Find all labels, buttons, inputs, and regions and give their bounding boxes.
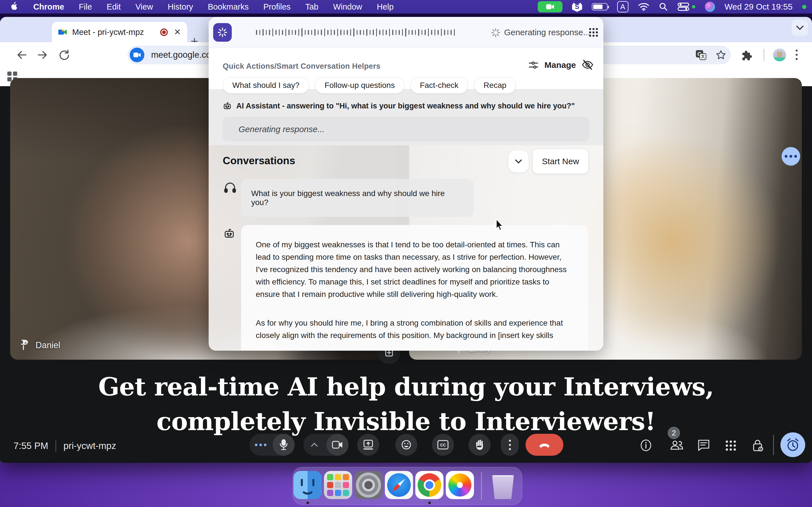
- sliders-icon: [529, 61, 538, 69]
- chrome-running-dot: [428, 502, 431, 504]
- divider: [773, 435, 774, 455]
- extensions-icon[interactable]: [742, 50, 753, 61]
- generating-response-box: Generating response...: [223, 117, 589, 142]
- robot-icon: [223, 228, 235, 239]
- recording-indicator-dot: [802, 5, 806, 9]
- participants-button[interactable]: [670, 439, 683, 451]
- meeting-details-button[interactable]: [640, 439, 652, 452]
- input-source-icon[interactable]: A: [617, 1, 628, 12]
- interview-timer-button[interactable]: [780, 432, 805, 457]
- overlay-header: Generating response...: [209, 17, 603, 48]
- headphones-icon: [224, 181, 236, 193]
- meeting-time: 7:55 PM: [13, 441, 48, 451]
- videocam-icon[interactable]: [326, 434, 349, 456]
- camera-active-icon[interactable]: [538, 1, 562, 12]
- menubar-item-tab[interactable]: Tab: [305, 2, 319, 11]
- menubar-item-bookmarks[interactable]: Bookmarks: [208, 2, 249, 11]
- menubar-item-history[interactable]: History: [168, 2, 193, 11]
- answer-paragraph-1: One of my biggest weaknesses is that I t…: [256, 238, 573, 300]
- reactions-button[interactable]: [395, 434, 417, 456]
- profile-avatar[interactable]: [773, 48, 786, 61]
- quick-actions-section: Quick Actions/Smart Conversation Helpers…: [209, 48, 603, 145]
- tab-recording-icon: [160, 29, 168, 36]
- meet-control-bar: 7:55 PM pri-ycwt-mpz: [0, 428, 812, 463]
- google-meet-favicon: [58, 28, 67, 36]
- macos-menu-bar: Chrome File Edit View History Bookmarks …: [0, 0, 812, 13]
- more-options-button[interactable]: [501, 434, 519, 456]
- menubar-item-view[interactable]: View: [135, 2, 153, 11]
- divider: [56, 440, 56, 452]
- start-new-button[interactable]: Start New: [533, 149, 588, 173]
- present-button[interactable]: [357, 434, 379, 456]
- mouse-cursor: [496, 219, 507, 232]
- reload-button[interactable]: [59, 49, 70, 61]
- end-call-button[interactable]: [525, 434, 563, 456]
- mic-icon[interactable]: [273, 434, 295, 456]
- apple-logo-icon[interactable]: [10, 2, 18, 11]
- quick-action-pills: What should I say? Follow-up questions F…: [223, 77, 516, 94]
- quick-action-fact-check[interactable]: Fact-check: [410, 77, 468, 94]
- quick-action-follow-up-questions[interactable]: Follow-up questions: [315, 77, 404, 94]
- spinner-icon: [491, 27, 501, 38]
- chat-button[interactable]: [698, 439, 710, 451]
- forward-button[interactable]: [37, 50, 48, 60]
- translate-icon[interactable]: G: [695, 50, 707, 60]
- siri-icon[interactable]: [705, 2, 715, 12]
- browser-menu-icon[interactable]: [796, 50, 798, 60]
- spotlight-icon[interactable]: [659, 2, 668, 11]
- quick-action-recap[interactable]: Recap: [474, 77, 516, 94]
- camera-in-use-icon[interactable]: [130, 48, 144, 62]
- control-center-icon[interactable]: [677, 3, 695, 11]
- menubar-item-window[interactable]: Window: [333, 2, 362, 11]
- captions-button[interactable]: CC: [432, 434, 454, 456]
- battery-icon[interactable]: [592, 3, 608, 10]
- wifi-icon[interactable]: [638, 3, 649, 11]
- ai-assistant-overlay: Generating response... Quick Actions/Sma…: [209, 17, 603, 351]
- camera-button[interactable]: [303, 434, 349, 456]
- tab-search-button[interactable]: [792, 20, 808, 36]
- dock-photos-icon[interactable]: [446, 471, 474, 499]
- stealth-app-icon[interactable]: S: [572, 2, 582, 12]
- bookmark-star-icon[interactable]: [716, 50, 726, 60]
- dock-divider: [481, 472, 482, 500]
- assistant-logo-button[interactable]: [213, 23, 232, 42]
- menubar-item-edit[interactable]: Edit: [107, 2, 121, 11]
- menubar-item-file[interactable]: File: [79, 2, 92, 11]
- interviewer-question-bubble: What is your biggest weakness and why sh…: [241, 179, 474, 217]
- participant-name-tag: Daniel: [18, 339, 60, 351]
- dock-launchpad-icon[interactable]: [324, 471, 352, 499]
- host-controls-button[interactable]: [752, 439, 764, 452]
- quick-action-what-should-i-say[interactable]: What should I say?: [223, 77, 309, 94]
- hide-overlay-icon[interactable]: [581, 59, 594, 70]
- dock-safari-icon[interactable]: [385, 471, 413, 499]
- caption-line-1: Get real-time AI help during your Interv…: [0, 370, 812, 404]
- menubar-item-profiles[interactable]: Profiles: [263, 2, 291, 11]
- assistant-answering-line: AI Assistant - answering to "Hi, what is…: [223, 101, 575, 110]
- chevron-up-icon[interactable]: [303, 434, 325, 456]
- dock-finder-icon[interactable]: [294, 471, 322, 499]
- audio-level-indicator: [255, 444, 266, 446]
- raise-hand-button[interactable]: [469, 434, 491, 456]
- tile-more-options-button[interactable]: [781, 147, 800, 166]
- toolbar-divider: [763, 49, 764, 61]
- svg-text:CC: CC: [440, 443, 446, 447]
- voice-waveform: [256, 17, 479, 48]
- tab-close-icon[interactable]: ✕: [174, 28, 181, 36]
- dock-settings-icon[interactable]: [354, 471, 383, 499]
- activities-button[interactable]: [725, 440, 737, 451]
- conversations-section: Conversations Start New What is your big…: [209, 145, 603, 351]
- collapse-conversations-button[interactable]: [508, 151, 529, 172]
- menubar-app-name[interactable]: Chrome: [33, 2, 64, 11]
- quick-actions-title: Quick Actions/Smart Conversation Helpers: [223, 62, 380, 71]
- dock-chrome-icon[interactable]: [415, 471, 444, 499]
- menubar-item-help[interactable]: Help: [377, 2, 394, 11]
- back-button[interactable]: [16, 50, 28, 60]
- menubar-clock[interactable]: Wed 29 Oct 19:55: [725, 2, 793, 11]
- manage-button[interactable]: Manage: [529, 60, 576, 70]
- browser-tab[interactable]: Meet - pri-ycwt-mpz ✕: [52, 22, 187, 42]
- tab-title: Meet - pri-ycwt-mpz: [72, 27, 160, 37]
- generating-status: Generating response...: [504, 17, 590, 48]
- microphone-button[interactable]: [250, 434, 295, 456]
- apps-grid-icon[interactable]: [589, 27, 598, 37]
- robot-icon: [223, 101, 232, 110]
